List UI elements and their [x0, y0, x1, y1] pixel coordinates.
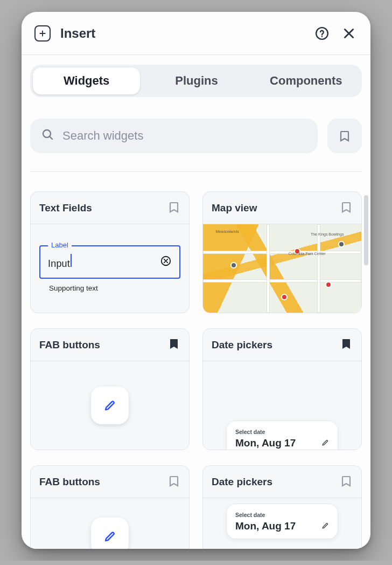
- datepicker-selected-date: Mon, Aug 17: [235, 437, 321, 449]
- card-title: FAB buttons: [39, 339, 100, 351]
- tab-label: Components: [270, 74, 342, 88]
- textfield-label: Label: [48, 241, 72, 249]
- help-button[interactable]: [313, 25, 331, 42]
- widget-card-date-pickers[interactable]: Date pickers Select date Mon, Aug 17: [202, 328, 362, 450]
- card-title: Text Fields: [39, 202, 92, 214]
- bookmark-toggle[interactable]: [167, 474, 180, 490]
- widget-card-fab-buttons[interactable]: FAB buttons: [30, 328, 190, 450]
- datepicker-select-label: Select date: [227, 421, 338, 437]
- card-header: Date pickers: [203, 466, 361, 498]
- clear-icon: [160, 255, 172, 269]
- card-title: Date pickers: [212, 339, 272, 351]
- tab-label: Widgets: [64, 74, 109, 88]
- bookmark-toggle[interactable]: [340, 337, 353, 353]
- search-row: [30, 119, 362, 172]
- svg-point-1: [321, 36, 323, 37]
- widget-grid: Text Fields Label Input: [30, 191, 362, 549]
- datepicker-select-label: Select date: [227, 504, 338, 520]
- card-title: Map view: [212, 202, 257, 214]
- pencil-icon: [321, 522, 329, 531]
- tab-components[interactable]: Components: [253, 67, 360, 95]
- fab-preview: [91, 518, 129, 549]
- fab-preview: [91, 387, 129, 424]
- search-field[interactable]: [30, 119, 318, 153]
- search-icon: [41, 128, 54, 144]
- panel-header: Insert: [22, 12, 370, 55]
- pencil-icon: [321, 439, 329, 448]
- card-header: FAB buttons: [31, 329, 189, 361]
- card-header: Text Fields: [31, 192, 189, 224]
- tab-label: Plugins: [175, 74, 218, 88]
- search-input[interactable]: [61, 128, 307, 143]
- tab-widgets[interactable]: Widgets: [32, 67, 141, 95]
- bookmark-toggle[interactable]: [340, 201, 353, 216]
- widget-card-fab-buttons[interactable]: FAB buttons: [30, 465, 190, 549]
- datepicker-preview: Select date Mon, Aug 17: [226, 504, 338, 539]
- card-header: FAB buttons: [31, 466, 189, 498]
- scrollbar-thumb[interactable]: [364, 195, 368, 265]
- textfield-supporting-text: Supporting text: [49, 284, 180, 292]
- close-button[interactable]: [340, 25, 358, 42]
- panel-body: Widgets Plugins Components Text Fields: [22, 55, 370, 549]
- widget-card-text-fields[interactable]: Text Fields Label Input: [30, 191, 190, 313]
- widget-card-date-pickers[interactable]: Date pickers Select date Mon, Aug 17: [202, 465, 362, 549]
- datepicker-selected-date: Mon, Aug 17: [235, 520, 321, 532]
- insert-panel: Insert Widgets Plugins Components: [22, 12, 370, 549]
- textfield-value: Input: [48, 254, 160, 270]
- category-tabs: Widgets Plugins Components: [30, 65, 362, 97]
- tab-plugins[interactable]: Plugins: [143, 67, 250, 95]
- bookmarks-button[interactable]: [327, 119, 362, 153]
- datepicker-preview: Select date Mon, Aug 17 August 2023: [226, 421, 338, 450]
- insert-icon: [34, 25, 51, 42]
- panel-title: Insert: [60, 26, 95, 41]
- widget-card-map-view[interactable]: Map view Columbia Park Center: [202, 191, 362, 313]
- card-title: Date pickers: [212, 476, 272, 488]
- bookmark-toggle[interactable]: [340, 474, 353, 490]
- card-title: FAB buttons: [39, 476, 100, 488]
- bookmark-toggle[interactable]: [167, 201, 180, 216]
- bookmark-toggle[interactable]: [167, 337, 180, 353]
- card-header: Date pickers: [203, 329, 361, 361]
- card-header: Map view: [203, 192, 361, 224]
- textfield-preview: Label Input Supporting text: [39, 245, 180, 292]
- map-preview: Columbia Park Center Meadowlands The Kin…: [203, 224, 361, 313]
